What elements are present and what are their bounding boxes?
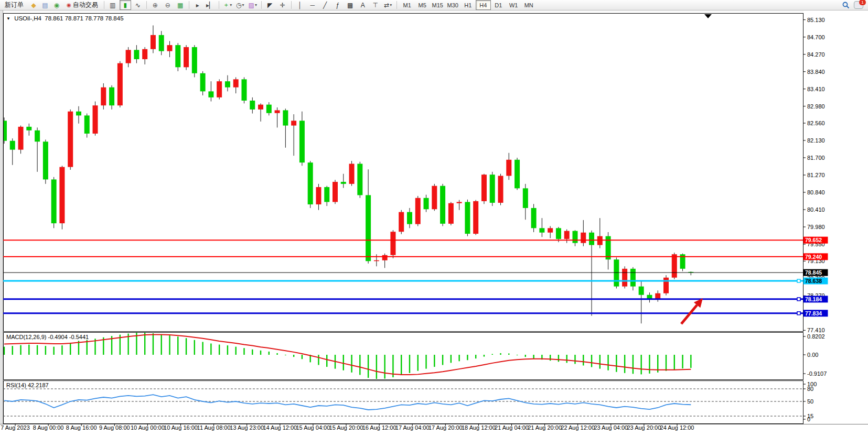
timeframe-m15[interactable]: M15 bbox=[430, 0, 445, 10]
macd-panel[interactable] bbox=[3, 332, 803, 380]
auto-trading-button[interactable]: ◉ 自动交易 bbox=[63, 1, 101, 9]
label-icon[interactable]: ⊤ bbox=[370, 0, 381, 10]
ohlc-values: 78.861 78.871 78.778 78.845 bbox=[45, 15, 123, 21]
chat-badge: 1 bbox=[859, 0, 866, 5]
crosshair-icon[interactable]: ✛ bbox=[277, 0, 288, 10]
bar-chart-icon[interactable]: ▥ bbox=[107, 0, 119, 10]
periods-icon[interactable]: ◷▾ bbox=[234, 0, 246, 10]
indicators-icon[interactable]: ＋▾ bbox=[222, 0, 233, 10]
timeframe-m1[interactable]: M1 bbox=[400, 0, 415, 10]
text-icon[interactable]: A bbox=[357, 0, 369, 10]
channel-icon[interactable]: ▩ bbox=[345, 0, 356, 10]
auto-trading-icon: ◉ bbox=[67, 2, 71, 8]
template-icon-dropdown[interactable]: ▾ bbox=[255, 3, 257, 7]
toolbar-separator bbox=[146, 1, 147, 9]
timeframe-h1[interactable]: H1 bbox=[460, 0, 476, 10]
chart-title: ▼ USOil-,H4 78.861 78.871 78.778 78.845 bbox=[6, 15, 124, 21]
tile-windows-icon[interactable]: ▦ bbox=[175, 0, 186, 10]
trendline-icon[interactable]: ╱ bbox=[319, 0, 331, 10]
chat-icon[interactable]: 1 bbox=[854, 1, 863, 9]
toolbar-separator bbox=[219, 1, 219, 9]
template-icon[interactable]: ▨▾ bbox=[247, 0, 259, 10]
toolbar: 新订单 ◆▤◉ ◉ 自动交易 ▥▮∿⊕⊖▦▸▸▏＋▾◷▾▨▾◤✛│─╱ƒ▩A⊤⇄… bbox=[0, 0, 868, 10]
signals-icon[interactable]: ◉ bbox=[51, 0, 62, 10]
symbol-dropdown-icon[interactable]: ▼ bbox=[6, 16, 10, 21]
rsi-label: RSI(14) 42.2187 bbox=[6, 382, 49, 388]
timeframe-m5[interactable]: M5 bbox=[415, 0, 430, 10]
indicators-icon-dropdown[interactable]: ▾ bbox=[230, 3, 232, 7]
line-chart-icon[interactable]: ∿ bbox=[132, 0, 144, 10]
price-chart-panel[interactable] bbox=[3, 13, 803, 332]
toolbar-separator bbox=[397, 1, 397, 9]
orders-icon[interactable]: ◆ bbox=[28, 0, 39, 10]
zoom-in-icon[interactable]: ⊕ bbox=[149, 0, 161, 10]
toolbar-separator bbox=[291, 1, 292, 9]
toolbar-separator bbox=[261, 1, 262, 9]
new-order-button[interactable]: 新订单 bbox=[2, 1, 27, 9]
mt4-window: 新订单 ◆▤◉ ◉ 自动交易 ▥▮∿⊕⊖▦▸▸▏＋▾◷▾▨▾◤✛│─╱ƒ▩A⊤⇄… bbox=[0, 0, 868, 436]
rsi-panel[interactable] bbox=[3, 380, 803, 424]
periods-icon-dropdown[interactable]: ▾ bbox=[242, 3, 244, 7]
vertical-line-icon[interactable]: │ bbox=[294, 0, 306, 10]
horizontal-line-icon[interactable]: ─ bbox=[307, 0, 318, 10]
timeframe-mn[interactable]: MN bbox=[521, 0, 537, 10]
timeframe-h4[interactable]: H4 bbox=[476, 0, 491, 10]
timeframe-m30[interactable]: M30 bbox=[445, 0, 460, 10]
arrows-icon-dropdown[interactable]: ▾ bbox=[390, 3, 392, 7]
timeframe-d1[interactable]: D1 bbox=[491, 0, 506, 10]
cursor-icon[interactable]: ◤ bbox=[264, 0, 276, 10]
toolbar-separator bbox=[189, 1, 189, 9]
search-icon[interactable] bbox=[842, 2, 850, 9]
chart-shift-icon[interactable]: ▸▏ bbox=[205, 0, 216, 10]
time-axis[interactable] bbox=[0, 424, 868, 436]
candlestick-chart-icon[interactable]: ▮ bbox=[120, 0, 131, 10]
fibonacci-icon[interactable]: ƒ bbox=[332, 0, 344, 10]
macd-label: MACD(12,26,9) -0.4904 -0.5441 bbox=[6, 334, 89, 340]
toolbar-separator bbox=[104, 1, 104, 9]
timeframe-group: M1M5M15M30H1H4D1W1MN bbox=[400, 0, 537, 10]
price-axis[interactable] bbox=[803, 10, 868, 424]
arrows-icon[interactable]: ⇄▾ bbox=[382, 0, 394, 10]
timeframe-w1[interactable]: W1 bbox=[506, 0, 521, 10]
auto-scroll-icon[interactable]: ▸ bbox=[192, 0, 203, 10]
zoom-out-icon[interactable]: ⊖ bbox=[162, 0, 174, 10]
terminal-icon[interactable]: ▤ bbox=[39, 0, 51, 10]
